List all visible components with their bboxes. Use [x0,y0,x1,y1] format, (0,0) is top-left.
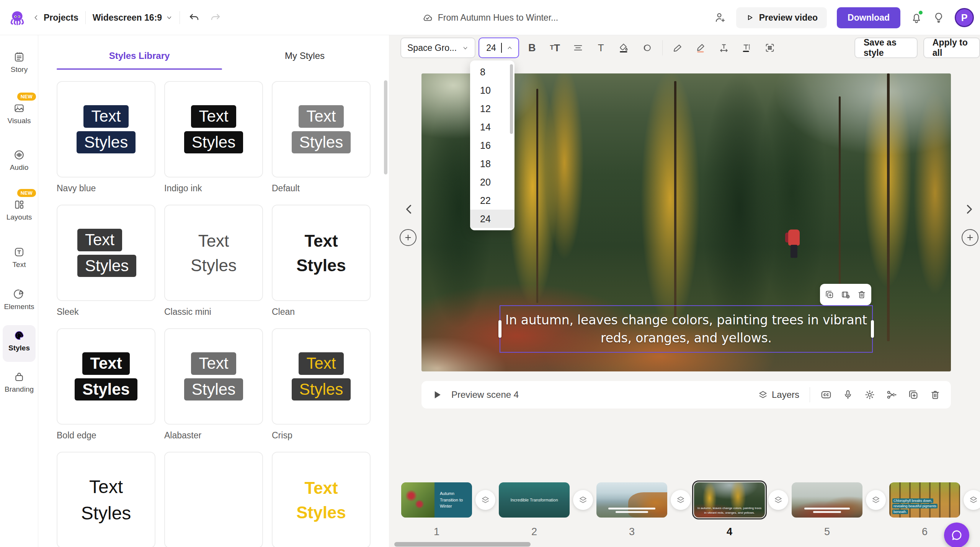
scene-settings-button[interactable] [864,389,875,400]
transition-button[interactable] [768,490,788,510]
font-size-option[interactable]: 18 [470,155,514,173]
font-size-option[interactable]: 16 [470,136,514,155]
style-card-partial[interactable]: Text Styles [57,452,155,547]
support-chat-button[interactable] [944,523,969,547]
style-card-indigo-ink[interactable]: Text Styles [164,81,263,177]
layers-button[interactable]: Layers [758,389,799,400]
text-align-button[interactable] [568,38,588,58]
font-size-option[interactable]: 14 [470,118,514,136]
play-scene-button[interactable] [431,389,443,400]
add-scene-right-button[interactable] [962,229,978,246]
back-to-projects-button[interactable]: Projects [33,13,78,23]
invite-collaborator-icon[interactable] [714,11,726,24]
style-card-label: Crisp [272,430,371,441]
font-size-input[interactable]: 24 [479,37,519,58]
sidebar-item-layouts[interactable]: NEW Layouts [0,199,38,221]
bold-button[interactable]: B [522,38,542,58]
style-preview-text: Text [304,477,338,498]
style-card-partial[interactable]: Text Styles [164,452,263,547]
dropdown-scrollbar[interactable] [510,64,513,134]
text-selection-box[interactable]: In autumn, leaves change colors, paintin… [500,305,873,353]
fill-color-button[interactable] [614,38,634,58]
duplicate-element-icon[interactable] [825,290,835,300]
transition-button[interactable] [671,490,691,510]
sidebar-item-elements[interactable]: Elements [0,288,38,311]
sidebar-item-visuals[interactable]: NEW Visuals [0,103,38,125]
style-card-partial[interactable]: Text Styles [272,452,371,547]
letter-spacing-button[interactable] [714,38,734,58]
text-case-button[interactable]: TT [545,38,565,58]
undo-button[interactable] [187,10,201,25]
scene-control-bar: Preview scene 4 Layers [421,381,951,409]
sidebar-item-styles[interactable]: Styles [0,330,38,352]
caption-placeholder [606,508,657,513]
app-logo-octopus-icon[interactable] [8,9,26,26]
tab-styles-library[interactable]: Styles Library [57,50,222,70]
text-outline-button[interactable] [637,38,657,58]
split-scene-button[interactable] [886,389,897,400]
sidebar-item-audio[interactable]: Audio [0,149,38,172]
sidebar-item-story[interactable]: Story [0,51,38,74]
sidebar-item-branding[interactable]: Branding [0,371,38,394]
caption-line-2[interactable]: reds, oranges, and yellows. [500,329,872,347]
style-card-sleek[interactable]: Text Styles [57,205,155,301]
scene-thumbnail-2[interactable]: Incredible Transformation [499,482,570,518]
font-size-option-selected[interactable]: 24 [470,210,514,228]
pen-annotate-button[interactable] [668,38,688,58]
panel-scrollbar[interactable] [384,80,387,174]
divider [810,387,810,402]
background-pattern-button[interactable] [760,38,780,58]
add-scene-left-button[interactable] [400,229,416,246]
notifications-button[interactable] [910,11,923,24]
style-card-clean[interactable]: Text Styles [272,205,371,301]
style-card-alabaster[interactable]: Text Styles [164,328,263,425]
transition-button[interactable] [964,490,980,510]
transition-button[interactable] [866,490,886,510]
tab-my-styles[interactable]: My Styles [222,50,387,70]
download-button[interactable]: Download [837,7,900,28]
style-card-bold-edge[interactable]: Text Styles [57,328,155,425]
style-preview-text: Text [198,230,229,251]
preview-video-button[interactable]: Preview video [736,7,827,28]
font-size-option[interactable]: 8 [470,63,514,81]
font-size-option[interactable]: 12 [470,99,514,118]
font-family-dropdown[interactable]: Space Gro... [400,37,475,58]
scene-thumbnail-5[interactable] [792,482,862,518]
redo-button[interactable] [208,10,223,25]
captions-button[interactable] [820,389,832,400]
apply-to-all-button[interactable]: Apply to all [923,37,980,58]
highlight-button[interactable] [691,38,711,58]
previous-scene-arrow[interactable] [403,203,416,216]
font-size-option[interactable]: 22 [470,191,514,210]
apply-to-scenes-icon[interactable] [841,290,851,300]
style-card-classic-mini[interactable]: Text Styles [164,205,263,301]
help-lightbulb-icon[interactable] [933,11,945,24]
transition-icon [578,495,588,505]
aspect-ratio-dropdown[interactable]: Widescreen 16:9 [93,13,173,23]
scene-thumbnail-6[interactable]: Chlorophyll breaks down, revealing beaut… [889,482,960,518]
project-title[interactable]: From Autumn Hues to Winter... [438,13,558,23]
text-style-button[interactable]: T [591,38,611,58]
font-size-option[interactable]: 10 [470,81,514,99]
duplicate-scene-button[interactable] [908,389,919,400]
style-card-default[interactable]: Text Styles [272,81,371,177]
voiceover-button[interactable] [842,389,854,400]
next-scene-arrow[interactable] [962,203,975,216]
style-card-crisp[interactable]: Text Styles [272,328,371,425]
scene-thumbnail-4-selected[interactable]: In autumn, leaves change colors, paintin… [694,482,765,518]
font-size-option[interactable]: 20 [470,173,514,191]
transition-button[interactable] [475,490,495,510]
hiker-figure [791,245,797,258]
delete-scene-button[interactable] [929,389,941,400]
sidebar-item-text[interactable]: Text [0,246,38,269]
line-height-button[interactable] [737,38,757,58]
account-avatar[interactable]: P [955,8,974,27]
caption-line-1[interactable]: In autumn, leaves change colors, paintin… [500,311,872,329]
delete-element-icon[interactable] [857,290,867,300]
style-card-navy-blue[interactable]: Text Styles [57,81,155,177]
timeline-horizontal-scrollbar[interactable] [394,542,531,547]
save-as-style-button[interactable]: Save as style [854,37,918,58]
transition-button[interactable] [573,490,593,510]
scene-thumbnail-1[interactable]: Autumn Transition to Winter [401,482,472,518]
scene-thumbnail-3[interactable] [596,482,667,518]
